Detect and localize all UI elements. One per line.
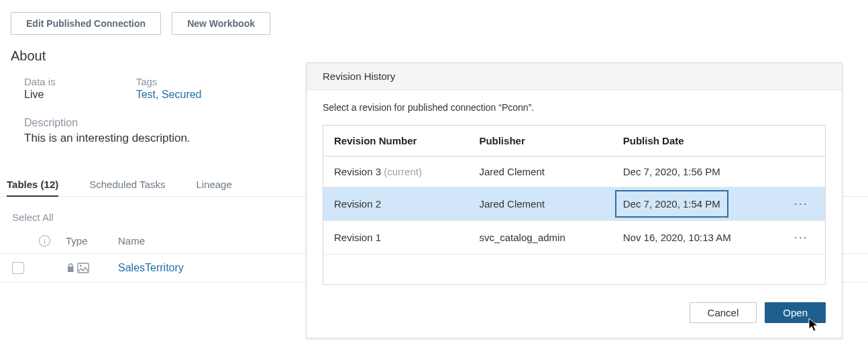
col-publish-date[interactable]: Publish Date	[623, 135, 788, 146]
tab-tables[interactable]: Tables (12)	[7, 173, 58, 197]
edit-connection-button[interactable]: Edit Published Connection	[11, 12, 161, 35]
revision-publisher: svc_catalog_admin	[479, 232, 622, 243]
open-button[interactable]: Open	[765, 302, 826, 323]
action-toolbar: Edit Published Connection New Workbook	[0, 0, 868, 40]
tab-scheduled-tasks[interactable]: Scheduled Tasks	[89, 173, 165, 196]
col-revision-number[interactable]: Revision Number	[334, 135, 479, 146]
dialog-instruction: Select a revision for published connecti…	[323, 102, 826, 113]
column-type[interactable]: Type	[66, 235, 118, 246]
revision-publisher: Jared Clement	[479, 198, 622, 210]
revision-number: Revision 2	[334, 198, 381, 210]
revision-date: Dec 7, 2020, 1:56 PM	[623, 166, 788, 177]
about-heading: About	[11, 48, 857, 64]
datasource-icon	[77, 263, 89, 273]
new-workbook-button[interactable]: New Workbook	[172, 12, 270, 35]
svg-point-1	[80, 265, 82, 267]
lock-icon	[66, 263, 76, 273]
revision-date: Nov 16, 2020, 10:13 AM	[623, 232, 788, 243]
tags-label: Tags	[136, 76, 202, 87]
info-icon: i	[39, 235, 50, 246]
row-actions-button[interactable]: ···	[794, 230, 808, 244]
cancel-button[interactable]: Cancel	[690, 302, 757, 323]
revision-row[interactable]: Revision 3 (current) Jared Clement Dec 7…	[323, 156, 825, 187]
row-actions-button[interactable]: ···	[794, 197, 808, 210]
data-is-value: Live	[24, 89, 56, 101]
revision-number: Revision 1	[334, 232, 381, 243]
revision-table: Revision Number Publisher Publish Date R…	[323, 125, 826, 285]
revision-date: Dec 7, 2020, 1:54 PM	[615, 190, 728, 218]
data-is-field: Data is Live	[24, 76, 56, 101]
tab-lineage[interactable]: Lineage	[196, 173, 231, 196]
row-checkbox[interactable]	[12, 262, 24, 274]
revision-number: Revision 3	[334, 166, 381, 177]
tags-value[interactable]: Test, Secured	[136, 89, 202, 101]
data-is-label: Data is	[24, 76, 56, 87]
col-publisher[interactable]: Publisher	[479, 135, 622, 146]
revision-row[interactable]: Revision 2 Jared Clement Dec 7, 2020, 1:…	[323, 187, 825, 221]
revision-row[interactable]: Revision 1 svc_catalog_admin Nov 16, 202…	[323, 221, 825, 255]
revision-history-dialog: Revision History Select a revision for p…	[306, 62, 843, 339]
dialog-title: Revision History	[307, 63, 842, 90]
current-tag: (current)	[384, 166, 422, 177]
tags-field: Tags Test, Secured	[136, 76, 202, 101]
revision-publisher: Jared Clement	[479, 166, 622, 177]
